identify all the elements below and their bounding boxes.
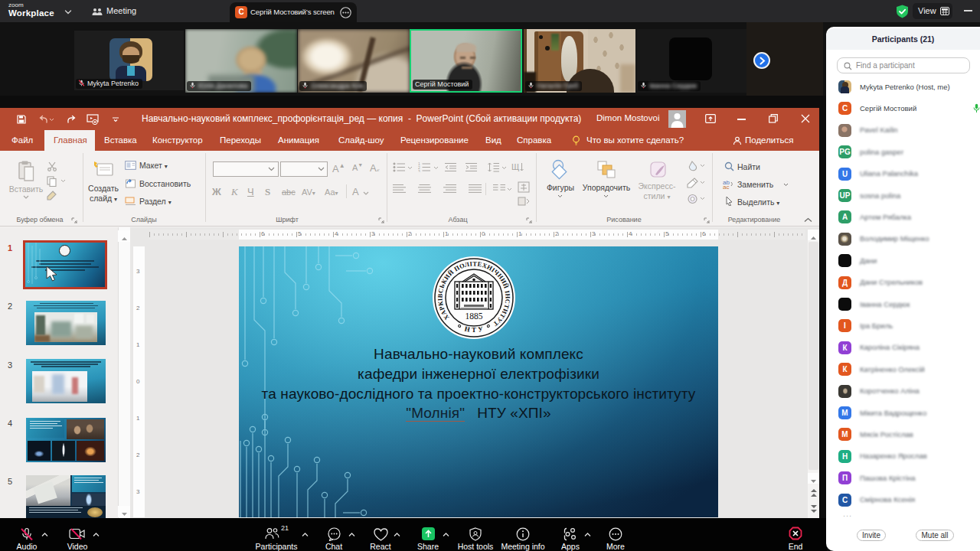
svg-text:Т: Т xyxy=(472,326,476,334)
svg-text:3: 3 xyxy=(418,169,420,173)
svg-text:Щ: Щ xyxy=(511,162,519,171)
svg-text:1885: 1885 xyxy=(466,311,483,321)
svg-text:ac: ac xyxy=(723,184,729,189)
